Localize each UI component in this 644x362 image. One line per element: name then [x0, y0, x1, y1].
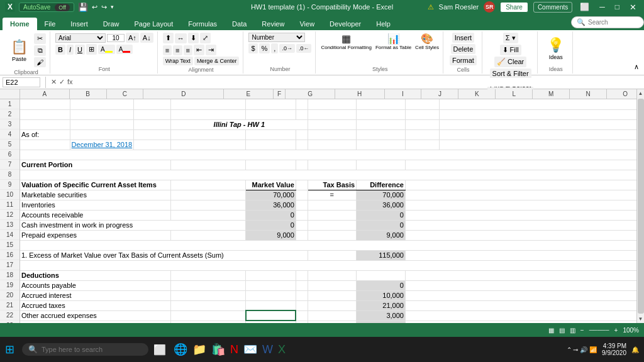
cell-d14[interactable] — [171, 230, 246, 240]
cell-d12[interactable] — [171, 210, 246, 220]
align-bottom-button[interactable]: ⬇ — [188, 33, 199, 43]
system-tray[interactable]: ⌃ ⊸ 🔊 📶 — [567, 346, 597, 353]
cell-h3[interactable] — [357, 119, 406, 129]
cell-a22[interactable]: Other accrued expenses — [20, 310, 171, 321]
cell-a13[interactable]: Cash investment in work in progress — [20, 220, 246, 230]
cancel-formula-icon[interactable]: ✕ — [51, 78, 57, 86]
tab-draw[interactable]: Draw — [96, 18, 127, 30]
cell-a11[interactable]: Inventories — [20, 200, 171, 210]
table-row[interactable] — [20, 99, 644, 109]
cell-i5[interactable] — [405, 140, 439, 150]
cell-d1[interactable] — [171, 99, 246, 109]
cell-g3[interactable] — [308, 119, 357, 129]
zoom-out-button[interactable]: − — [580, 327, 584, 334]
cell-d20[interactable] — [171, 290, 246, 300]
notification-button[interactable]: 🔔 — [631, 346, 639, 353]
cell-a21[interactable]: Accrued taxes — [20, 300, 171, 310]
cell-f22[interactable] — [296, 310, 308, 321]
cell-h7[interactable] — [357, 160, 406, 170]
cell-i10[interactable] — [405, 190, 643, 200]
cell-g21[interactable] — [308, 300, 357, 310]
insert-cells-button[interactable]: Insert — [452, 33, 475, 43]
cell-j4[interactable] — [440, 129, 644, 140]
cell-d4[interactable] — [171, 129, 246, 140]
cell-g16[interactable] — [308, 250, 357, 260]
cell-f14[interactable] — [296, 230, 308, 240]
tab-formulas[interactable]: Formulas — [180, 18, 225, 30]
minimize-button[interactable]: ─ — [597, 3, 608, 11]
wrap-text-button[interactable]: Wrap Text — [163, 57, 193, 65]
cell-g20[interactable] — [308, 290, 357, 300]
cell-h2[interactable] — [357, 109, 406, 119]
align-top-button[interactable]: ⬆ — [163, 33, 174, 43]
table-row[interactable]: Cash investment in work in progress 0 0 — [20, 220, 644, 230]
cell-g2[interactable] — [308, 109, 357, 119]
col-header-k[interactable]: K — [458, 89, 496, 99]
cell-g11[interactable] — [308, 200, 357, 210]
cell-d22[interactable] — [171, 310, 246, 321]
confirm-formula-icon[interactable]: ✓ — [59, 78, 65, 86]
cell-h16[interactable]: 115,000 — [357, 250, 406, 260]
cell-j2[interactable] — [440, 109, 644, 119]
fill-color-button[interactable]: A — [98, 45, 115, 54]
cell-i20[interactable] — [405, 290, 643, 300]
col-header-g[interactable]: G — [286, 89, 335, 99]
row17[interactable] — [20, 260, 644, 270]
task-view-button[interactable]: ⬜ — [153, 344, 166, 356]
cell-d10[interactable] — [171, 190, 246, 200]
cell-h22[interactable]: 3,000 — [357, 310, 406, 321]
cell-g22[interactable] — [308, 310, 357, 321]
cell-g1[interactable] — [308, 99, 357, 109]
table-row[interactable]: Prepaid expenses 9,000 9,000 — [20, 230, 644, 240]
cell-a18[interactable]: Deductions — [20, 270, 171, 280]
col-header-j[interactable]: J — [421, 89, 458, 99]
cell-h13[interactable]: 0 — [357, 220, 406, 230]
taskbar-mail-icon[interactable]: ✉️ — [243, 343, 257, 356]
cell-e7[interactable] — [246, 160, 296, 170]
font-color-button[interactable]: A — [116, 45, 133, 54]
cell-f20[interactable] — [296, 290, 308, 300]
tab-home[interactable]: Home — [3, 18, 37, 30]
fill-button[interactable]: ⬇ Fill — [500, 45, 521, 55]
col-header-c[interactable]: C — [107, 89, 144, 99]
table-row[interactable] — [20, 260, 644, 270]
autosave-toggle[interactable]: Off — [55, 4, 70, 11]
cell-c2[interactable] — [134, 109, 171, 119]
table-row[interactable]: Accounts payable 0 — [20, 280, 644, 290]
cell-a10[interactable]: Marketable securities — [20, 190, 171, 200]
col-header-e[interactable]: E — [224, 89, 274, 99]
italic-button[interactable]: I — [67, 45, 74, 55]
tab-review[interactable]: Review — [254, 18, 292, 30]
cell-h20[interactable]: 10,000 — [357, 290, 406, 300]
cell-c1[interactable] — [134, 99, 171, 109]
table-row[interactable]: Accrued interest 10,000 — [20, 290, 644, 300]
cell-h10[interactable]: 70,000 — [357, 190, 406, 200]
scroll-up-button[interactable]: ▲ — [637, 89, 644, 97]
increase-decimal-button[interactable]: .0→ — [279, 44, 295, 53]
scroll-thumb-vertical[interactable] — [638, 99, 644, 314]
cell-j3[interactable] — [440, 119, 644, 129]
cell-f12[interactable] — [296, 210, 308, 220]
page-break-view-button[interactable]: ▥ — [570, 327, 575, 334]
save-icon[interactable]: 💾 — [78, 3, 88, 12]
cell-d21[interactable] — [171, 300, 246, 310]
cell-c4[interactable] — [134, 129, 171, 140]
cell-i14[interactable] — [405, 230, 643, 240]
table-row[interactable]: 1. Excess of Market Value over Tax Basis… — [20, 250, 644, 260]
cell-a2[interactable] — [20, 109, 70, 119]
cell-b5[interactable]: December 31, 2018 — [70, 140, 134, 150]
conditional-formatting-button[interactable]: ▦ Conditional Formatting — [321, 33, 371, 50]
cell-g13[interactable] — [308, 220, 357, 230]
cell-d9[interactable] — [171, 180, 246, 190]
cell-f11[interactable] — [296, 200, 308, 210]
ribbon-display-button[interactable]: ⬜ — [577, 3, 592, 11]
cell-f1[interactable] — [296, 99, 308, 109]
cell-e4[interactable] — [246, 129, 296, 140]
maximize-button[interactable]: □ — [613, 3, 622, 11]
cell-g5[interactable] — [308, 140, 357, 150]
row6[interactable] — [20, 150, 644, 160]
increase-indent-button[interactable]: ⇥ — [206, 45, 216, 55]
table-row[interactable]: As of: — [20, 129, 644, 140]
delete-cells-button[interactable]: Delete — [451, 44, 476, 54]
normal-view-button[interactable]: ▦ — [548, 327, 554, 334]
